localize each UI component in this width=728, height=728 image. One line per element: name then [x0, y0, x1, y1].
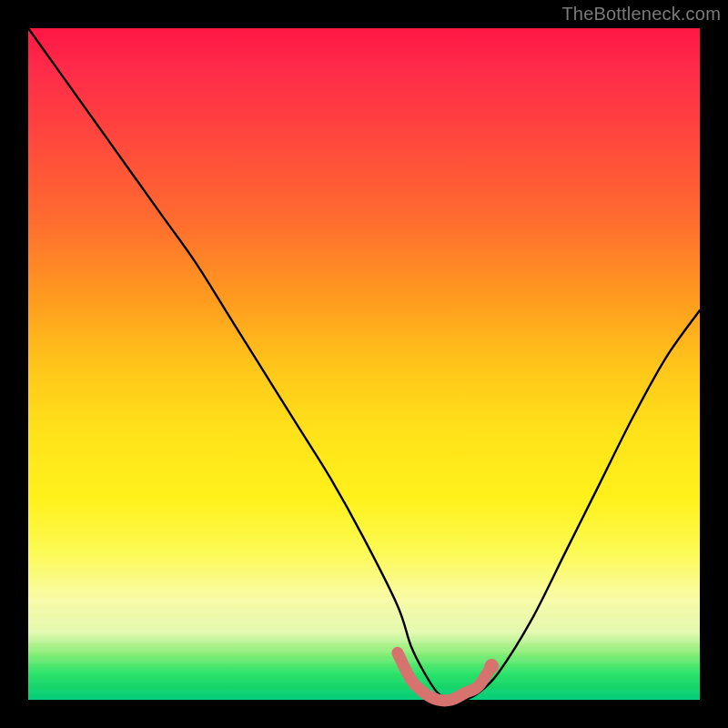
curve-layer	[28, 28, 700, 700]
watermark-text: TheBottleneck.com	[561, 4, 721, 25]
optimal-region-highlight	[398, 652, 491, 701]
optimal-region-end-marker	[484, 659, 499, 673]
chart-frame: TheBottleneck.com	[0, 0, 728, 728]
bottleneck-curve	[28, 28, 700, 701]
